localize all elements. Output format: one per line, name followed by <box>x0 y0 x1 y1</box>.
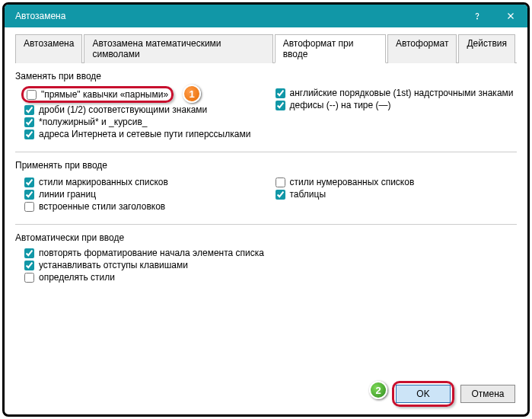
tab-autoformat[interactable]: Автоформат <box>387 34 457 63</box>
highlight-ok: OK <box>392 381 454 407</box>
section-apply: Применять при вводе стили маркированных … <box>15 160 517 225</box>
highlight-quotes: "прямые" кавычки «парными» <box>21 86 174 103</box>
label-tables: таблицы <box>290 189 327 200</box>
label-quotes: "прямые" кавычки «парными» <box>41 89 168 100</box>
checkbox-bulleted[interactable] <box>24 178 34 187</box>
section-auto: Автоматически при вводе повторять формат… <box>15 232 517 283</box>
cancel-button[interactable]: Отмена <box>460 385 515 403</box>
section-replace: Заменять при вводе "прямые" кавычки «пар… <box>15 71 517 152</box>
tabs: Автозамена Автозамена математическими си… <box>15 34 517 63</box>
marker-2: 2 <box>369 381 387 399</box>
label-dashes: дефисы (--) на тире (—) <box>290 100 391 110</box>
tab-actions[interactable]: Действия <box>458 34 515 63</box>
checkbox-quotes[interactable] <box>27 90 37 100</box>
checkbox-builtin-heading[interactable] <box>24 202 34 212</box>
checkbox-dashes[interactable] <box>276 101 285 110</box>
checkbox-fractions[interactable] <box>24 105 34 115</box>
label-define-styles: определять стили <box>39 272 115 283</box>
checkbox-ordinals[interactable] <box>276 88 285 98</box>
checkbox-numbered[interactable] <box>276 178 285 187</box>
checkbox-tab-indent[interactable] <box>24 261 34 270</box>
label-fractions: дроби (1/2) соответствующими знаками <box>39 104 207 115</box>
label-repeat-format: повторять форматирование начала элемента… <box>39 248 264 258</box>
ok-button[interactable]: OK <box>396 385 451 403</box>
checkbox-borders[interactable] <box>24 190 34 200</box>
tab-autoreplace[interactable]: Автозамена <box>15 34 82 63</box>
svg-point-0 <box>477 18 478 19</box>
heading-replace: Заменять при вводе <box>15 71 517 82</box>
checkbox-repeat-format[interactable] <box>24 248 34 258</box>
label-tab-indent: устанавливать отступы клавишами <box>39 260 188 270</box>
label-builtin-heading: встроенные стили заголовков <box>39 201 165 212</box>
label-borders: линии границ <box>39 189 96 200</box>
footer: 2 OK Отмена <box>392 381 515 407</box>
label-bulleted: стили маркированных списков <box>39 177 168 187</box>
close-button[interactable] <box>494 5 527 27</box>
tab-math[interactable]: Автозамена математическими символами <box>84 34 272 63</box>
label-ordinals: английские порядковые (1st) надстрочными… <box>290 88 514 98</box>
checkbox-tables[interactable] <box>276 190 285 200</box>
label-bold-italic: *полужирный* и _курсив_ <box>39 117 147 127</box>
window-title: Автозамена <box>15 11 460 21</box>
heading-apply: Применять при вводе <box>15 160 517 171</box>
checkbox-hyperlinks[interactable] <box>24 130 34 139</box>
checkbox-bold-italic[interactable] <box>24 117 34 127</box>
help-button[interactable] <box>460 5 494 27</box>
label-numbered: стили нумерованных списков <box>290 177 415 187</box>
marker-1: 1 <box>183 85 201 103</box>
titlebar: Автозамена <box>5 5 527 27</box>
checkbox-define-styles[interactable] <box>24 273 34 283</box>
label-hyperlinks: адреса Интернета и сетевые пути гиперссы… <box>39 129 250 139</box>
heading-auto: Автоматически при вводе <box>15 232 517 243</box>
tab-autoformat-type[interactable]: Автоформат при вводе <box>275 34 386 63</box>
